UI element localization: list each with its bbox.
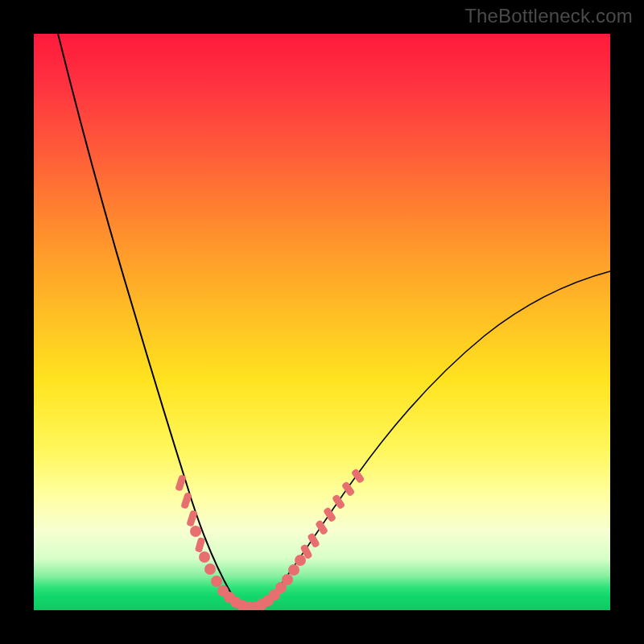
watermark-text: TheBottleneck.com [464, 5, 633, 27]
svg-rect-0 [175, 474, 187, 492]
svg-rect-22 [307, 532, 320, 548]
marker-group [175, 468, 365, 610]
svg-rect-4 [195, 537, 206, 553]
bottleneck-curve-right [267, 271, 610, 602]
svg-point-18 [282, 574, 293, 585]
svg-point-19 [288, 564, 299, 576]
plot-area [34, 34, 610, 610]
chart-frame: TheBottleneck.com [0, 0, 644, 644]
svg-point-7 [211, 576, 222, 587]
svg-point-3 [190, 526, 201, 537]
svg-rect-2 [186, 510, 198, 527]
svg-point-6 [204, 564, 216, 575]
svg-rect-1 [180, 492, 192, 510]
bottleneck-curve-left [58, 34, 246, 607]
svg-point-5 [199, 551, 210, 563]
curve-layer [34, 34, 610, 610]
svg-point-20 [295, 555, 306, 566]
